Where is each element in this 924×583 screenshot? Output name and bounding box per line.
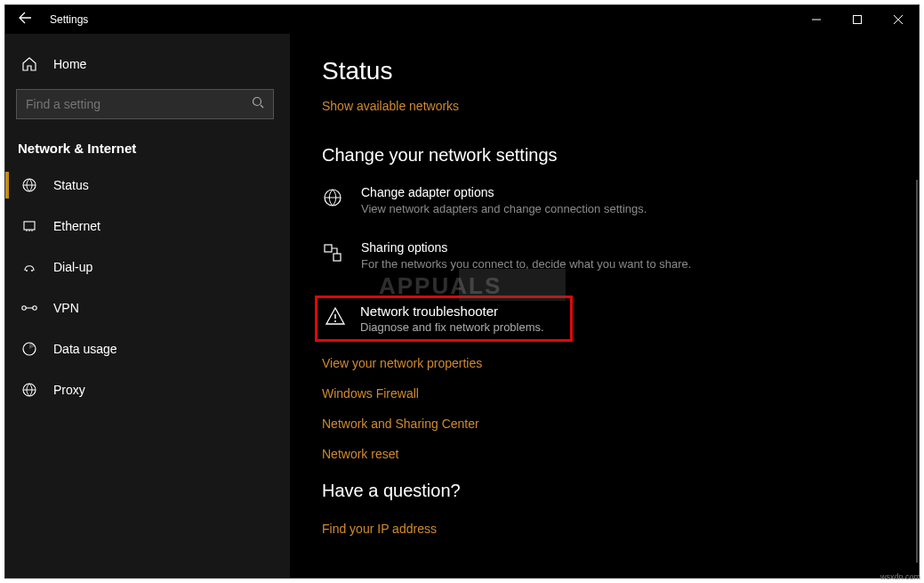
vpn-icon: [18, 302, 41, 314]
svg-point-5: [31, 270, 33, 271]
svg-point-13: [334, 320, 336, 322]
sidebar-item-proxy[interactable]: Proxy: [5, 369, 290, 410]
sidebar-item-label: Status: [53, 178, 89, 192]
show-available-networks-link[interactable]: Show available networks: [322, 99, 459, 113]
proxy-icon: [18, 382, 41, 398]
change-settings-heading: Change your network settings: [322, 145, 919, 166]
have-question-heading: Have a question?: [322, 481, 919, 501]
sidebar-item-label: VPN: [53, 301, 79, 315]
globe-icon: [18, 177, 41, 193]
close-button[interactable]: [878, 5, 919, 34]
sharing-icon: [322, 240, 349, 267]
troubleshooter-desc: Diagnose and fix network problems.: [360, 320, 544, 334]
network-troubleshooter[interactable]: Network troubleshooter Diagnose and fix …: [315, 296, 573, 342]
adapter-icon: [322, 185, 349, 212]
maximize-button[interactable]: [837, 5, 878, 34]
search-icon: [243, 96, 273, 112]
network-sharing-center-link[interactable]: Network and Sharing Center: [322, 417, 919, 431]
search-input[interactable]: [17, 97, 243, 111]
minimize-icon: [812, 15, 821, 24]
svg-rect-11: [325, 245, 332, 252]
search-input-container[interactable]: [16, 89, 274, 119]
home-icon: [18, 56, 41, 72]
change-adapter-options[interactable]: Change adapter options View network adap…: [322, 185, 919, 215]
sidebar: Home Network & Internet Status Ethernet: [5, 34, 290, 578]
sidebar-item-ethernet[interactable]: Ethernet: [5, 206, 290, 247]
warning-icon: [325, 304, 351, 330]
minimize-button[interactable]: [796, 5, 837, 34]
svg-point-4: [26, 270, 28, 271]
sidebar-item-label: Ethernet: [53, 219, 100, 233]
find-ip-address-link[interactable]: Find your IP address: [322, 522, 437, 536]
view-network-properties-link[interactable]: View your network properties: [322, 356, 919, 370]
dialup-icon: [18, 259, 41, 275]
window-title: Settings: [50, 13, 88, 26]
home-label: Home: [53, 57, 86, 71]
adapter-title: Change adapter options: [361, 185, 647, 199]
scrollbar[interactable]: [916, 180, 918, 563]
sharing-options[interactable]: Sharing options For the networks you con…: [322, 240, 919, 271]
titlebar: Settings: [5, 5, 919, 34]
back-arrow-icon: [18, 11, 32, 25]
maximize-icon: [853, 15, 862, 24]
network-reset-link[interactable]: Network reset: [322, 447, 919, 461]
svg-rect-0: [854, 16, 862, 24]
svg-rect-3: [24, 222, 35, 230]
svg-rect-12: [333, 254, 341, 261]
main-content: Status Show available networks Change yo…: [290, 34, 919, 578]
sidebar-item-vpn[interactable]: VPN: [5, 287, 290, 328]
sidebar-item-label: Proxy: [53, 383, 85, 397]
data-usage-icon: [18, 341, 41, 357]
sidebar-item-datausage[interactable]: Data usage: [5, 328, 290, 369]
sharing-title: Sharing options: [361, 240, 691, 255]
svg-point-6: [22, 306, 26, 310]
windows-firewall-link[interactable]: Windows Firewall: [322, 386, 919, 401]
home-button[interactable]: Home: [5, 45, 290, 84]
sidebar-item-status[interactable]: Status: [5, 165, 290, 206]
sidebar-group-title: Network & Internet: [5, 126, 290, 165]
attribution: wsxdn.com: [880, 572, 920, 581]
sharing-desc: For the networks you connect to, decide …: [361, 257, 691, 271]
back-button[interactable]: [5, 11, 44, 28]
svg-point-1: [253, 98, 261, 106]
sidebar-item-label: Dial-up: [53, 260, 92, 274]
svg-point-7: [33, 306, 36, 310]
sidebar-item-dialup[interactable]: Dial-up: [5, 247, 290, 287]
ethernet-icon: [18, 218, 41, 234]
sidebar-item-label: Data usage: [53, 342, 117, 356]
page-title: Status: [322, 57, 919, 85]
settings-window: Settings Home Network: [4, 4, 920, 579]
troubleshooter-title: Network troubleshooter: [360, 304, 544, 319]
adapter-desc: View network adapters and change connect…: [361, 202, 647, 215]
close-icon: [894, 15, 903, 24]
